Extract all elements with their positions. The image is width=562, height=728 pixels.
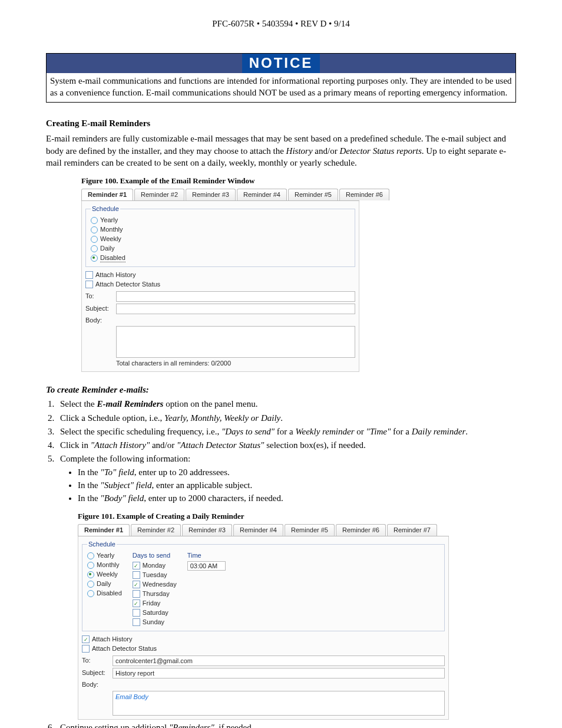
attach-detector-checkbox[interactable]: Attach Detector Status — [85, 280, 355, 289]
step-3: Select the specific scheduling frequency… — [57, 426, 516, 437]
body-label: Body: — [85, 316, 113, 325]
step-2: Click a Schedule option, i.e., Yearly, M… — [57, 412, 516, 424]
bullet-text: , enter an applicable subject. — [152, 480, 253, 490]
time-column: Time 03:00 AM — [187, 551, 226, 627]
time-input[interactable]: 03:00 AM — [187, 561, 226, 571]
days-head: Days to send — [133, 551, 177, 560]
subject-row: Subject: History report — [82, 668, 445, 678]
day-monday[interactable]: ✓Monday — [133, 561, 177, 571]
radio-yearly[interactable]: Yearly — [87, 551, 122, 561]
tab-reminder-6[interactable]: Reminder #6 — [339, 189, 389, 200]
schedule-legend: Schedule — [91, 205, 120, 213]
notice-title: NOTICE — [242, 54, 320, 73]
bullet-to: In the "To" field, enter up to 20 addres… — [78, 466, 516, 478]
bullet-subject: In the "Subject" field, enter an applica… — [78, 479, 516, 491]
figure-100-caption: Figure 100. Example of the Email Reminde… — [81, 176, 516, 186]
tab-reminder-1[interactable]: Reminder #1 — [81, 189, 133, 200]
checkbox-icon — [133, 618, 140, 626]
radio-monthly[interactable]: Monthly — [91, 225, 350, 235]
time-head: Time — [187, 551, 226, 560]
tab-reminder-6[interactable]: Reminder #6 — [336, 524, 386, 536]
body-input[interactable] — [116, 326, 355, 358]
to-input[interactable]: controlcenter1@gmail.com — [113, 655, 445, 666]
attach-detector-checkbox[interactable]: Attach Detector Status — [82, 644, 445, 654]
radio-label: Yearly — [97, 551, 114, 560]
radio-disabled[interactable]: Disabled — [87, 589, 122, 598]
day-friday[interactable]: ✓Friday — [133, 599, 177, 608]
radio-weekly[interactable]: Weekly — [87, 570, 122, 579]
steps-title: To create Reminder e-mails: — [46, 384, 516, 396]
radio-label: Disabled — [97, 589, 122, 598]
subject-label: Subject: — [82, 668, 109, 677]
tab-reminder-2[interactable]: Reminder #2 — [131, 524, 181, 536]
to-row: To: — [85, 291, 355, 302]
bullet-emphasis: "Body" field — [100, 493, 144, 503]
body-input[interactable]: Email Body — [113, 691, 445, 716]
bullet-emphasis: "Subject" field — [100, 480, 151, 490]
step-text: or — [355, 427, 366, 436]
radio-icon — [87, 562, 94, 569]
radio-label: Yearly — [100, 216, 118, 225]
step-text: option on the panel menu. — [163, 399, 257, 409]
checkbox-label: Saturday — [143, 608, 168, 617]
to-label: To: — [85, 292, 113, 301]
char-count: Total characters in all reminders: 0/200… — [116, 359, 355, 368]
step-6: Continue setting up additional "Reminder… — [57, 722, 516, 728]
to-input[interactable] — [116, 291, 355, 302]
day-sunday[interactable]: Sunday — [133, 618, 177, 627]
tab-reminder-4[interactable]: Reminder #4 — [237, 189, 287, 200]
tab-reminder-7[interactable]: Reminder #7 — [387, 524, 437, 536]
radio-label: Weekly — [97, 570, 118, 579]
tab-reminder-2[interactable]: Reminder #2 — [134, 189, 184, 200]
page-header: PFC-6075R • 5403594 • REV D • 9/14 — [46, 18, 516, 29]
figure-100-window: Reminder #1 Reminder #2 Reminder #3 Remi… — [81, 189, 359, 373]
radio-disabled[interactable]: Disabled — [91, 253, 350, 263]
reminder-tabs: Reminder #1 Reminder #2 Reminder #3 Remi… — [81, 189, 359, 201]
bullet-text: In the — [78, 467, 100, 477]
day-wednesday[interactable]: ✓Wednesday — [133, 580, 177, 589]
attach-history-checkbox[interactable]: Attach History — [85, 271, 355, 280]
radio-yearly[interactable]: Yearly — [91, 216, 350, 225]
checkbox-icon: ✓ — [82, 635, 90, 643]
subject-input[interactable]: History report — [113, 668, 445, 678]
radio-weekly[interactable]: Weekly — [91, 235, 350, 244]
intro-history: History — [286, 146, 313, 156]
tab-reminder-3[interactable]: Reminder #3 — [182, 524, 232, 536]
notice-title-bar: NOTICE — [47, 54, 515, 73]
checkbox-label: Wednesday — [143, 580, 177, 589]
step-text: Click a Schedule option, i.e., — [60, 413, 164, 423]
attach-history-checkbox[interactable]: ✓Attach History — [82, 635, 445, 644]
step-emphasis: "Reminders" — [169, 723, 214, 728]
day-thursday[interactable]: Thursday — [133, 589, 177, 599]
subject-input[interactable] — [116, 304, 355, 314]
radio-icon — [87, 581, 94, 588]
step-emphasis: Weekly reminder — [295, 427, 354, 436]
radio-label: Monthly — [97, 561, 120, 569]
step-1: Select the E-mail Reminders option on th… — [57, 398, 516, 410]
bullet-emphasis: "To" field — [100, 467, 134, 477]
radio-monthly[interactable]: Monthly — [87, 561, 122, 570]
body-row: Body: — [85, 316, 355, 325]
step-text: and/or — [150, 440, 177, 450]
checkbox-label: Sunday — [143, 618, 164, 627]
tab-reminder-3[interactable]: Reminder #3 — [186, 189, 236, 200]
bullet-text: In the — [78, 480, 100, 490]
radio-daily[interactable]: Daily — [87, 579, 122, 589]
tab-reminder-4[interactable]: Reminder #4 — [233, 524, 283, 536]
day-tuesday[interactable]: Tuesday — [133, 571, 177, 580]
day-saturday[interactable]: Saturday — [133, 608, 177, 618]
step-emphasis: "Days to send" — [222, 427, 275, 436]
tab-reminder-1[interactable]: Reminder #1 — [78, 524, 130, 536]
figure-101-window: Reminder #1 Reminder #2 Reminder #3 Remi… — [78, 524, 449, 720]
notice-body: System e-mail communications and functio… — [47, 73, 515, 103]
step-4: Click in "Attach History" and/or "Attach… — [57, 439, 516, 451]
radio-daily[interactable]: Daily — [91, 244, 350, 253]
radio-icon — [91, 255, 98, 262]
radio-label: Weekly — [100, 235, 121, 243]
step-emphasis: Yearly, Monthly, Weekly or Daily — [164, 413, 280, 423]
checkbox-label: Attach Detector Status — [95, 280, 160, 289]
radio-label: Monthly — [100, 225, 123, 234]
tab-reminder-5[interactable]: Reminder #5 — [285, 524, 335, 536]
step-5: Complete the following information: In t… — [57, 453, 516, 719]
tab-reminder-5[interactable]: Reminder #5 — [288, 189, 338, 200]
